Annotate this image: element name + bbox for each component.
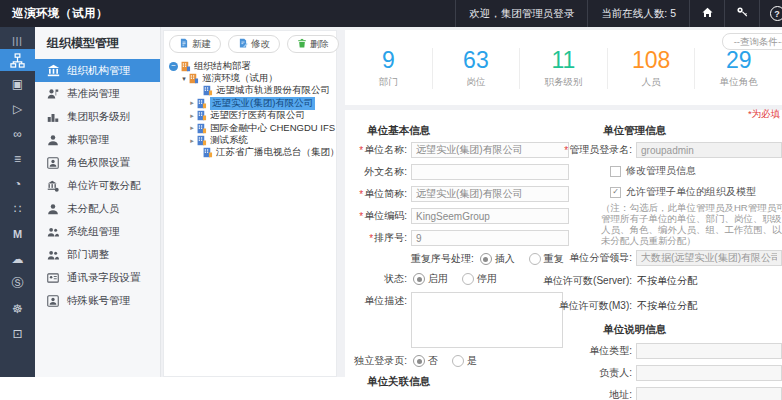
sidebar-item-base-post[interactable]: 基准岗管理 (35, 82, 160, 105)
tree-node-label: 巡演环境（试用） (202, 72, 278, 85)
collapsed-arrow-icon[interactable]: ▸ (188, 137, 196, 145)
welcome-text: 欢迎，集团管理员登录 (455, 0, 587, 27)
query-conditions-button[interactable]: --查询条件-- (722, 33, 782, 50)
unit-code-label: *单位编码: (345, 209, 407, 223)
sidebar-item-label: 角色权限设置 (67, 156, 130, 170)
sidebar-item-contact-fields[interactable]: 通讯录字段设置 (35, 266, 160, 289)
collapsed-arrow-icon[interactable]: ▸ (188, 112, 196, 120)
password-button[interactable] (724, 0, 759, 27)
database-icon[interactable]: ≡ (0, 146, 35, 171)
stat-job-levels: 11 职务级别 (519, 48, 607, 89)
indep-no-option[interactable]: 否 (413, 354, 438, 368)
tree-node-label: 组织结构部署 (194, 60, 251, 73)
send-icon[interactable]: ▷ (0, 96, 35, 121)
menu-toggle-icon[interactable]: ||| (0, 33, 35, 49)
home-icon (701, 6, 714, 21)
sidebar-item-unassigned[interactable]: 未分配人员 (35, 197, 160, 220)
collapse-icon[interactable]: − (169, 62, 178, 71)
checkbox-label: 修改管理员信息 (626, 164, 696, 178)
sidebar-item-org-management[interactable]: 组织机构管理 (35, 59, 160, 82)
foreign-name-label: 外文名称: (345, 165, 407, 179)
license-server-label: 单位许可数(Server): (540, 274, 632, 288)
org-structure-icon[interactable] (0, 49, 35, 71)
stat-label: 单位角色 (695, 76, 782, 89)
sidebar-item-label: 单位许可数分配 (67, 179, 141, 193)
edit-button[interactable]: 修改 (228, 35, 280, 53)
stats-row: 9 部门 63 岗位 11 职务级别 108 人员 29 单位角色 (345, 48, 782, 89)
window-icon[interactable]: ▣ (0, 71, 35, 96)
s-logo-icon[interactable]: Ⓢ (0, 271, 35, 296)
person-flag-icon (47, 87, 60, 100)
sidebar-item-system-group[interactable]: 系统组管理 (35, 220, 160, 243)
new-button[interactable]: 新建 (169, 35, 221, 53)
sidebar-item-license-allocation[interactable]: 单位许可数分配 (35, 174, 160, 197)
online-count: 当前在线人数: 5 (587, 0, 689, 27)
tree-node-company[interactable]: ▸ 远望医疗医药有限公司 (168, 110, 334, 122)
tree-node-label: 远望城市轨道股份有限公司 (216, 84, 330, 97)
gear-icon[interactable]: ☸ (0, 296, 35, 321)
tree-node-company[interactable]: ▸ 国际金融中心 CHENGDU IFS (168, 122, 334, 134)
stats-panel: --查询条件-- 9 部门 63 岗位 11 职务级别 108 人员 29 单位… (345, 30, 782, 105)
tree-node-root[interactable]: − 组织结构部署 (168, 60, 334, 72)
collapsed-arrow-icon[interactable]: ▸ (188, 124, 196, 132)
owner-input[interactable] (636, 365, 782, 381)
leader-input[interactable] (636, 250, 782, 266)
tree-node-env[interactable]: ▾ 巡演环境（试用） (168, 72, 334, 84)
org-unit-icon (196, 110, 207, 121)
collapsed-arrow-icon[interactable]: ▸ (188, 99, 196, 107)
status-label: 状态: (345, 272, 407, 286)
app-title: 巡演环境（试用） (12, 6, 108, 21)
independent-login-label: 独立登录页: (345, 354, 407, 368)
frame-person-icon (47, 156, 60, 169)
sidebar-item-label: 通讯录字段设置 (67, 271, 141, 285)
section-title-info: 单位说明信息 (603, 323, 782, 337)
stat-label: 职务级别 (520, 76, 607, 89)
status-disabled-option[interactable]: 停用 (462, 272, 497, 286)
people-icon (47, 248, 60, 261)
sidebar-item-label: 组织机构管理 (67, 64, 130, 78)
apps-icon[interactable]: ∷ (0, 196, 35, 221)
modify-admin-checkbox[interactable]: 修改管理员信息 (610, 164, 782, 178)
expanded-arrow-icon[interactable]: ▾ (180, 75, 188, 83)
admin-login-label: *管理员登录名: (540, 143, 632, 157)
indep-yes-option[interactable]: 是 (452, 354, 477, 368)
tree-node-company[interactable]: 江苏省广播电视总台（集团） (168, 147, 334, 159)
allow-manage-sub-checkbox[interactable]: ✓ 允许管理子单位的组织及模型 (610, 185, 782, 199)
sidebar-item-dept-adjust[interactable]: 部门调整 (35, 243, 160, 266)
tree-node-company[interactable]: ▸ 测试系统 (168, 134, 334, 146)
tree-node-company[interactable]: 远望城市轨道股份有限公司 (168, 85, 334, 97)
sidebar-item-job-level[interactable]: 集团职务级别 (35, 105, 160, 128)
dup-order-label: 重复序号处理: (411, 252, 474, 266)
radio-off-icon (529, 253, 541, 265)
status-enabled-option[interactable]: 启用 (413, 272, 448, 286)
podium-icon (47, 110, 60, 123)
address-input[interactable] (636, 387, 782, 400)
palette-icon[interactable]: ◔ (0, 171, 35, 196)
sidebar-item-label: 集团职务级别 (67, 110, 130, 124)
bank-icon (47, 64, 60, 77)
admin-login-input[interactable] (636, 142, 782, 158)
owner-label: 负责人: (540, 366, 632, 380)
org-unit-icon (196, 98, 207, 109)
tree-node-company-selected[interactable]: ▸ 远望实业(集团)有限公司 (168, 97, 334, 109)
unit-name-label: *单位名称: (345, 143, 407, 157)
dup-insert-option[interactable]: 插入 (480, 252, 515, 266)
key-icon (736, 6, 749, 21)
cloud-icon[interactable]: ☁ (0, 246, 35, 271)
link-icon[interactable]: ∞ (0, 121, 35, 146)
monitor-icon[interactable]: ⊡ (0, 321, 35, 346)
sidebar-item-label: 基准岗管理 (67, 87, 120, 101)
help-button[interactable]: ? (759, 0, 782, 27)
sidebar-item-special-account[interactable]: 特殊账号管理 (35, 289, 160, 312)
m-logo-icon[interactable]: M (0, 221, 35, 246)
home-button[interactable] (689, 0, 724, 27)
stat-value: 11 (520, 48, 607, 72)
unit-type-input[interactable] (636, 343, 782, 359)
topbar-right: 欢迎，集团管理员登录 当前在线人数: 5 ? (455, 0, 782, 27)
people-icon (47, 225, 60, 238)
sidebar-item-role-permission[interactable]: 角色权限设置 (35, 151, 160, 174)
delete-button[interactable]: 删除 (287, 35, 339, 53)
sidebar-item-part-time[interactable]: 兼职管理 (35, 128, 160, 151)
org-unit-icon (202, 85, 213, 96)
frame-person-icon (47, 294, 60, 307)
